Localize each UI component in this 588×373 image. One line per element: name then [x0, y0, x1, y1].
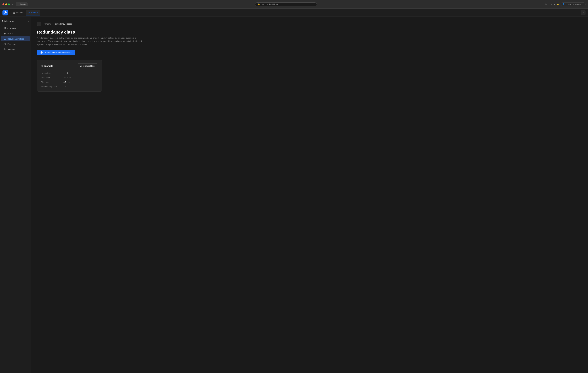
- tab-label: Private: [20, 3, 26, 5]
- page-title: Redundancy class: [37, 30, 582, 35]
- svg-rect-1: [13, 12, 14, 12]
- ring-size-label: Ring size: [41, 81, 61, 83]
- nexus-level-value: 2 + 1: [63, 72, 68, 74]
- sidebar: Tutorial-swarm › Overview Nexu: [0, 17, 31, 373]
- tenants-icon: [13, 11, 15, 14]
- providers-icon: [3, 43, 6, 45]
- card-header: rc-example Go to class Rings: [41, 64, 98, 68]
- card-field-ring-size: Ring size 0 Bytes: [41, 81, 98, 83]
- svg-rect-9: [4, 28, 4, 29]
- nav-swarms-label: Swarms: [31, 11, 38, 14]
- redundancy-class-icon: [3, 38, 6, 40]
- svg-rect-14: [4, 39, 6, 39]
- sidebar-header: Tutorial-swarm ›: [0, 19, 31, 24]
- svg-point-12: [4, 33, 5, 34]
- user-avatar-icon: 👤: [563, 3, 565, 5]
- address-bar[interactable]: 🔒 dashboard.cubbit.eu: [255, 2, 317, 6]
- breadcrumb: ← / Swarm / Redundancy classes: [37, 22, 582, 26]
- add-tab-icon[interactable]: +: [551, 3, 552, 6]
- sidebar-item-providers[interactable]: Providers: [1, 42, 30, 46]
- traffic-light-green[interactable]: [8, 3, 10, 5]
- breadcrumb-current: Redundancy classes: [54, 23, 72, 25]
- cubbit-logo-icon: [4, 11, 7, 14]
- card-fields: Nexus level 2 + 1 Ring level 2 + 2 + 4 R…: [41, 72, 98, 88]
- nexus-icon: [3, 32, 6, 35]
- card-title: rc-example: [41, 65, 53, 67]
- sidebar-nexus-label: Nexus: [7, 33, 13, 35]
- url-text: dashboard.cubbit.eu: [261, 3, 278, 5]
- bookmark-icon[interactable]: ⭐: [557, 3, 559, 5]
- sidebar-overview-label: Overview: [7, 27, 16, 30]
- page-description: A redundancy class is a highly structure…: [37, 36, 145, 46]
- sidebar-title: Tutorial-swarm: [2, 20, 15, 22]
- main-layout: Tutorial-swarm › Overview Nexu: [0, 17, 588, 373]
- create-icon: [40, 51, 43, 54]
- ring-size-value: 0 Bytes: [63, 81, 70, 83]
- svg-rect-2: [14, 12, 15, 12]
- user-label: lorenzo.cazzoli+test@...: [566, 3, 584, 5]
- sidebar-item-overview[interactable]: Overview: [1, 26, 30, 31]
- settings-icon: [3, 48, 6, 51]
- svg-rect-13: [4, 38, 6, 38]
- back-arrow-icon: ←: [38, 23, 40, 25]
- app-logo: [2, 10, 8, 15]
- tab-icon: ▭: [17, 3, 19, 5]
- sidebar-chevron-icon: ›: [28, 20, 29, 22]
- browser-back-button[interactable]: ‹: [12, 2, 14, 6]
- redundancy-class-card: rc-example Go to class Rings Nexus level…: [37, 60, 102, 92]
- tab-bar: ▭ Private 🔒 dashboard.cubbit.eu: [16, 2, 543, 6]
- traffic-lights: [2, 3, 10, 5]
- plus-circle-icon: [40, 51, 43, 54]
- goto-class-rings-button[interactable]: Go to class Rings: [77, 64, 98, 68]
- sidebar-item-nexus[interactable]: Nexus: [1, 31, 30, 36]
- user-badge: 👤 lorenzo.cazzoli+test@...: [561, 2, 586, 6]
- traffic-light-yellow[interactable]: [5, 3, 7, 5]
- svg-rect-8: [5, 27, 6, 28]
- nexus-level-label: Nexus level: [41, 72, 61, 74]
- ring-level-label: Ring level: [41, 77, 61, 79]
- goto-btn-label: Go to class Rings: [80, 65, 95, 67]
- sidebar-providers-label: Providers: [7, 43, 16, 45]
- breadcrumb-back-button[interactable]: ←: [37, 22, 41, 26]
- traffic-light-red[interactable]: [2, 3, 4, 5]
- redundancy-ratio-value: x3: [63, 86, 66, 88]
- swarms-icon: [28, 11, 30, 14]
- app-header: Tenants Swarms A: [0, 9, 588, 17]
- browser-chrome: ‹ ▭ Private 🔒 dashboard.cubbit.eu ↻ ⬆ + …: [0, 0, 588, 9]
- sidebar-item-settings[interactable]: Settings: [1, 47, 30, 52]
- card-field-redundancy-ratio: Redundancy ratio x3: [41, 86, 98, 88]
- create-btn-label: Create a new redundancy class: [44, 52, 72, 54]
- content-area: ← / Swarm / Redundancy classes Redundanc…: [31, 17, 588, 373]
- breadcrumb-sep2: /: [52, 23, 52, 25]
- translate-icon: A: [582, 11, 584, 14]
- svg-rect-3: [13, 13, 14, 14]
- nav-item-tenants[interactable]: Tenants: [10, 10, 25, 15]
- browser-actions: ↻ ⬆ + ▣ ⭐: [545, 3, 559, 6]
- create-redundancy-class-button[interactable]: Create a new redundancy class: [37, 50, 75, 55]
- browser-tab[interactable]: ▭ Private: [16, 2, 28, 6]
- ring-level-value: 2 + 2 + 4: [63, 77, 71, 79]
- breadcrumb-swarm: Swarm: [44, 23, 51, 25]
- sidebar-settings-label: Settings: [7, 48, 15, 51]
- share-icon[interactable]: ⬆: [548, 3, 550, 6]
- sidebar-redundancy-label: Redundancy class: [7, 38, 24, 40]
- nav-tenants-label: Tenants: [16, 11, 23, 14]
- secure-icon: 🔒: [258, 3, 260, 5]
- nav-item-swarms[interactable]: Swarms: [26, 10, 40, 15]
- svg-rect-10: [5, 28, 6, 29]
- overview-icon: [3, 27, 6, 30]
- header-nav: Tenants Swarms A: [10, 9, 586, 17]
- card-field-ring-level: Ring level 2 + 2 + 4: [41, 77, 98, 79]
- svg-point-17: [5, 43, 5, 44]
- svg-rect-15: [4, 39, 6, 40]
- redundancy-ratio-label: Redundancy ratio: [41, 86, 61, 88]
- svg-rect-4: [14, 13, 15, 14]
- svg-point-6: [29, 12, 29, 13]
- svg-point-16: [4, 43, 5, 44]
- sidebar-item-redundancy-class[interactable]: Redundancy class: [1, 36, 30, 41]
- svg-point-18: [4, 49, 5, 50]
- tabs-icon[interactable]: ▣: [554, 3, 556, 6]
- svg-rect-7: [4, 27, 4, 28]
- reload-icon[interactable]: ↻: [545, 3, 547, 6]
- translate-button[interactable]: A: [581, 10, 586, 15]
